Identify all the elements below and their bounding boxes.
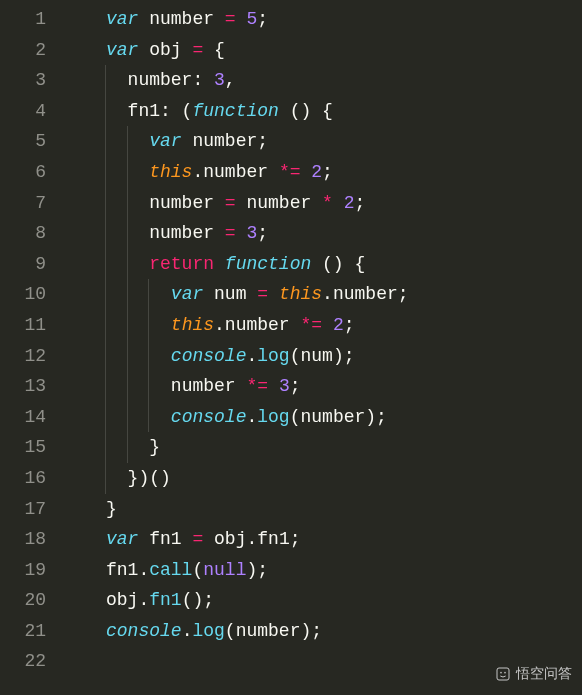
token: var — [149, 131, 181, 151]
code-line[interactable]: number = number * 2; — [70, 188, 582, 219]
token: 2 — [311, 162, 322, 182]
token: console — [106, 621, 182, 641]
indent-guide — [148, 371, 149, 402]
indent-guide — [105, 371, 106, 402]
indent-guide — [127, 279, 128, 310]
token — [236, 193, 247, 213]
token: fn1 — [106, 560, 138, 580]
token — [290, 315, 301, 335]
code-line[interactable]: console.log(number); — [70, 402, 582, 433]
code-line[interactable]: var number = 5; — [70, 4, 582, 35]
indent-guide — [105, 341, 106, 372]
code-line[interactable]: number *= 3; — [70, 371, 582, 402]
token: () { — [279, 101, 333, 121]
code-line[interactable]: var num = this.number; — [70, 279, 582, 310]
code-area[interactable]: var number = 5;var obj = { number: 3, fn… — [70, 0, 582, 695]
svg-point-2 — [504, 672, 506, 674]
indent-guide — [105, 402, 106, 433]
token: console — [171, 346, 247, 366]
indent-guide — [127, 402, 128, 433]
token: 3 — [279, 376, 290, 396]
token: return — [149, 254, 214, 274]
line-number: 4 — [0, 96, 70, 127]
code-line[interactable]: var number; — [70, 126, 582, 157]
token: . — [192, 162, 203, 182]
token — [203, 40, 214, 60]
token: ; — [257, 223, 268, 243]
indent-guide — [127, 157, 128, 188]
token: 2 — [344, 193, 355, 213]
token: obj — [214, 529, 246, 549]
token — [138, 9, 149, 29]
token: { — [214, 40, 225, 60]
token: . — [214, 315, 225, 335]
token — [214, 223, 225, 243]
token — [214, 254, 225, 274]
token: ); — [300, 621, 322, 641]
code-line[interactable]: number: 3, — [70, 65, 582, 96]
line-number: 12 — [0, 341, 70, 372]
code-line[interactable]: var fn1 = obj.fn1; — [70, 524, 582, 555]
indent-guide — [127, 310, 128, 341]
token: this — [149, 162, 192, 182]
indent-guide — [105, 432, 106, 463]
token: *= — [246, 376, 268, 396]
token — [333, 193, 344, 213]
token: fn1 — [128, 101, 160, 121]
token: . — [246, 529, 257, 549]
code-line[interactable]: console.log(num); — [70, 341, 582, 372]
code-line[interactable]: this.number *= 2; — [70, 157, 582, 188]
line-number: 11 — [0, 310, 70, 341]
code-line[interactable]: })() — [70, 463, 582, 494]
token: ; — [290, 376, 301, 396]
token: . — [246, 346, 257, 366]
code-line[interactable]: fn1: (function () { — [70, 96, 582, 127]
indent-guide — [148, 310, 149, 341]
token: *= — [300, 315, 322, 335]
token: ); — [365, 407, 387, 427]
line-number: 16 — [0, 463, 70, 494]
token: function — [225, 254, 311, 274]
token: . — [182, 621, 193, 641]
code-line[interactable]: var obj = { — [70, 35, 582, 66]
indent-guide — [105, 218, 106, 249]
token: , — [225, 70, 236, 90]
code-line[interactable]: number = 3; — [70, 218, 582, 249]
code-line[interactable]: obj.fn1(); — [70, 585, 582, 616]
code-line[interactable]: } — [70, 494, 582, 525]
indent-guide — [127, 126, 128, 157]
token — [214, 193, 225, 213]
indent-guide — [148, 402, 149, 433]
token: number — [149, 223, 214, 243]
token: fn1 — [149, 529, 181, 549]
token: obj — [149, 40, 181, 60]
token — [138, 529, 149, 549]
token: 2 — [333, 315, 344, 335]
line-number-gutter: 12345678910111213141516171819202122 — [0, 0, 70, 695]
token: . — [138, 590, 149, 610]
token — [203, 529, 214, 549]
token: 5 — [246, 9, 257, 29]
token: ( — [225, 621, 236, 641]
token: log — [257, 407, 289, 427]
token: * — [322, 193, 333, 213]
token — [268, 162, 279, 182]
token: var — [106, 9, 138, 29]
token: } — [149, 437, 160, 457]
token: number — [128, 70, 193, 90]
token: ; — [344, 315, 355, 335]
line-number: 18 — [0, 524, 70, 555]
token: ; — [257, 131, 268, 151]
line-number: 3 — [0, 65, 70, 96]
code-line[interactable]: return function () { — [70, 249, 582, 280]
code-line[interactable]: } — [70, 432, 582, 463]
code-line[interactable]: console.log(number); — [70, 616, 582, 647]
token: 3 — [214, 70, 225, 90]
code-line[interactable]: fn1.call(null); — [70, 555, 582, 586]
code-line[interactable]: this.number *= 2; — [70, 310, 582, 341]
line-number: 5 — [0, 126, 70, 157]
token: ); — [333, 346, 355, 366]
token: *= — [279, 162, 301, 182]
token: number — [333, 284, 398, 304]
token: . — [246, 407, 257, 427]
